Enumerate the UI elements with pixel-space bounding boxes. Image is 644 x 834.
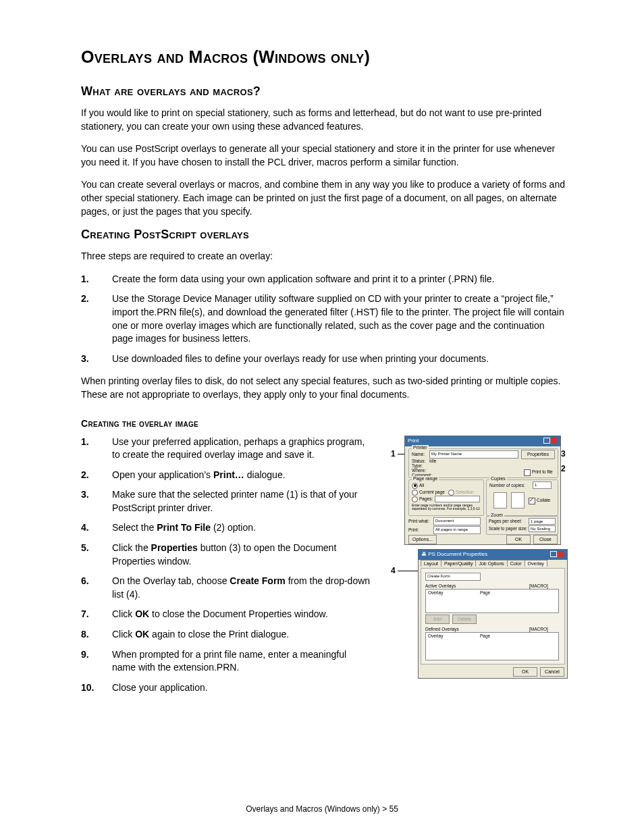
paragraph: If you would like to print on special st… (81, 107, 566, 133)
overlay-mode-select[interactable]: Create Form (425, 573, 481, 581)
page-footer: Overlays and Macros (Windows only) > 55 (0, 804, 644, 814)
help-icon (543, 438, 550, 444)
window-title: Print (408, 438, 419, 445)
printer-name-select[interactable]: My Printer Name (429, 450, 518, 459)
window-title: PS Document Properties (428, 551, 487, 557)
defined-overlays-list[interactable]: Overlay Page (425, 632, 559, 660)
list-item: Create the form data using your own appl… (112, 273, 566, 286)
close-icon (551, 438, 558, 444)
range-selection-radio[interactable] (448, 490, 454, 496)
add-button[interactable]: Add (425, 615, 450, 624)
pages-per-sheet-select[interactable]: 1 page (529, 518, 556, 525)
print-what-select[interactable]: Document (433, 517, 481, 525)
list-item: Click the Properties button (3) to open … (112, 542, 372, 568)
ok-button[interactable]: OK (506, 535, 531, 544)
list-item: Select the Print To File (2) option. (112, 521, 372, 535)
tab-paper[interactable]: Paper/Quality (441, 560, 476, 567)
delete-button[interactable]: Delete (452, 615, 477, 624)
list-item: Open your application’s Print… dialogue. (112, 469, 372, 482)
copies-input[interactable]: 1 (533, 481, 552, 489)
cancel-button[interactable]: Cancel (540, 667, 564, 677)
properties-button[interactable]: Properties (521, 450, 555, 459)
list-item: Click OK to close the Document Propertie… (112, 608, 372, 621)
paragraph: Three steps are required to create an ov… (81, 250, 566, 263)
screenshot-figure: 1 3 2 4 Print Printer Name: My Printer N… (391, 436, 566, 685)
list-item: Use downloaded files to define your over… (112, 353, 566, 366)
page-title: Overlays and Macros (Windows only) (81, 47, 566, 67)
doc-properties-dialog: 🖶 PS Document Properties LayoutPaper/Qua… (418, 549, 568, 679)
list-item: Close your application. (112, 681, 372, 695)
options-button[interactable]: Options... (408, 535, 437, 544)
list-item: Click OK again to close the Print dialog… (112, 628, 372, 642)
print-to-file-checkbox[interactable] (524, 469, 531, 476)
numbered-list: 1.Use your preferred application, perhap… (81, 436, 372, 695)
close-icon (558, 551, 564, 557)
list-item: Make sure that the selected printer name… (112, 488, 372, 515)
subsection-heading: Creating the overlay image (81, 418, 566, 429)
range-all-radio[interactable] (412, 483, 418, 489)
paragraph: When printing overlay files to disk, do … (81, 375, 566, 401)
help-icon (550, 551, 557, 557)
tab-job[interactable]: Job Options (475, 560, 507, 567)
range-current-radio[interactable] (412, 490, 418, 496)
section-heading: What are overlays and macros? (81, 84, 566, 99)
collate-checkbox[interactable] (529, 498, 535, 504)
paragraph: You can create several overlays or macro… (81, 178, 566, 218)
print-select[interactable]: All pages in range (433, 526, 481, 534)
close-button[interactable]: Close (533, 535, 558, 544)
list-item: On the Overlay tab, choose Create Form f… (112, 575, 372, 601)
tab-overlay[interactable]: Overlay (525, 560, 547, 567)
print-dialog: Print Printer Name: My Printer Name Prop… (404, 436, 561, 545)
list-item: Use the Storage Device Manager utility s… (112, 292, 566, 345)
ok-button[interactable]: OK (513, 667, 537, 677)
tab-row: LayoutPaper/QualityJob OptionsColorOverl… (421, 560, 547, 567)
section-heading: Creating PostScript overlays (81, 228, 566, 242)
numbered-list: 1.Create the form data using your own ap… (81, 273, 566, 366)
active-overlays-list[interactable]: Overlay Page (425, 589, 559, 613)
scale-select[interactable]: No Scaling (529, 525, 556, 532)
tab-color[interactable]: Color (507, 560, 525, 567)
paragraph: You can use PostScript overlays to gener… (81, 142, 566, 169)
list-item: When prompted for a print file name, ent… (112, 648, 372, 675)
list-item: Use your preferred application, perhaps … (112, 436, 372, 462)
pages-input[interactable] (435, 496, 480, 502)
range-pages-radio[interactable] (412, 496, 418, 502)
tab-layout[interactable]: Layout (421, 560, 441, 567)
printer-icon: 🖶 (421, 551, 427, 557)
